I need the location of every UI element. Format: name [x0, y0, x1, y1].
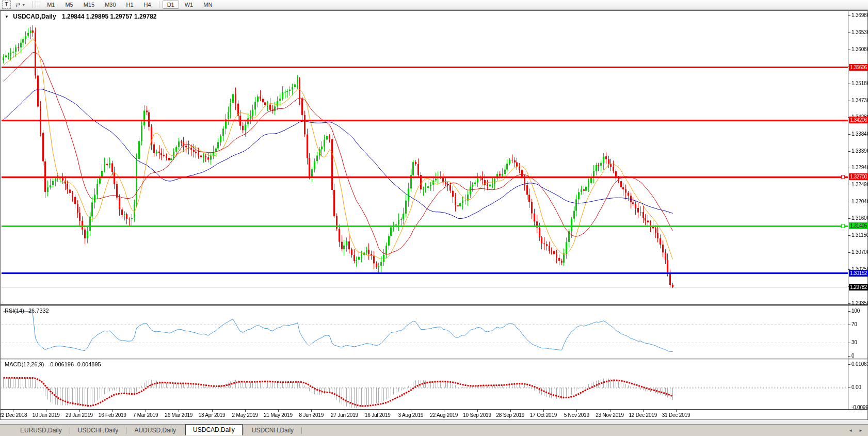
top-toolbar: T ⇄ ▼ M1M5M15M30H1H4D1W1MN: [0, 0, 868, 10]
macd-current-values: -0.006196 -0.004895: [48, 361, 101, 367]
price-tick-label: 1.32490: [851, 182, 868, 187]
arrows-tool-button[interactable]: ⇄ ▼: [14, 1, 27, 9]
price-tick-label: 1.36080: [851, 46, 868, 52]
toolbar-separator: [159, 1, 159, 8]
macd-tick-label: 0.00: [851, 384, 861, 390]
date-label: 17 Oct 2019: [530, 412, 557, 418]
date-label: 10 Jan 2019: [33, 412, 60, 418]
toolbar-grip: [36, 2, 38, 8]
tab-usdcad[interactable]: USDCAD,Daily: [185, 424, 243, 435]
tab-separator: [126, 427, 126, 434]
price-tick-label: 1.34730: [851, 98, 868, 103]
price-tag-resistance-2: 1.34206: [849, 117, 868, 123]
period-button-w1[interactable]: W1: [180, 1, 198, 9]
mt4-terminal: { "toolbar": { "text_tool_label": "T", "…: [0, 0, 868, 436]
rsi-tick-label: 0: [851, 353, 854, 359]
tab-usdcnh[interactable]: USDCNH,Daily: [245, 425, 300, 435]
tab-separator: [70, 427, 70, 434]
text-tool-button[interactable]: T: [2, 1, 11, 9]
date-label: 8 Jun 2019: [299, 412, 324, 418]
price-tag-support-green: 1.31405: [849, 222, 868, 229]
chart-symbol-period: USDCAD,Daily: [13, 13, 56, 20]
tab-separator: [184, 427, 184, 434]
price-tick-label: 1.31150: [851, 232, 868, 238]
tab-eurusd[interactable]: EURUSD,Daily: [13, 425, 69, 435]
tab-separator: [301, 427, 302, 434]
rsi-tick-label: 30: [851, 340, 857, 345]
date-label: 29 Jan 2019: [66, 412, 93, 418]
date-label: 10 Sep 2019: [463, 412, 491, 418]
price-tick-label: 1.30700: [851, 249, 868, 255]
date-label: 2 May 2019: [232, 412, 258, 418]
price-tick-label: 1.36530: [851, 29, 868, 35]
date-label: 28 Sep 2019: [496, 412, 524, 418]
period-button-h1[interactable]: H1: [122, 1, 138, 9]
price-tick-label: 1.36980: [851, 12, 868, 18]
arrows-tool-icon: ⇄: [15, 2, 20, 8]
rsi-indicator-label: RSI(14) 26.7332: [5, 308, 49, 314]
price-tag-resistance-1: 1.35606: [849, 64, 868, 71]
symbol-tabbar: EURUSD,DailyUSDCHF,DailyAUDUSD,DailyUSDC…: [0, 424, 868, 436]
date-label: 27 Jun 2019: [331, 412, 358, 418]
date-label: 22 Aug 2019: [430, 412, 458, 418]
macd-tick-label: -0.009918: [851, 405, 868, 410]
date-label: 23 Nov 2019: [596, 412, 624, 418]
chevron-down-icon: ▼: [22, 3, 25, 7]
tab-usdchf[interactable]: USDCHF,Daily: [71, 425, 125, 435]
date-label: 5 Nov 2019: [564, 412, 589, 418]
date-label: 16 Feb 2019: [99, 412, 126, 418]
price-tick-label: 1.35180: [851, 80, 868, 86]
price-tag-support-blue: 1.30152: [849, 270, 868, 277]
chart-title: ▼ USDCAD,Daily 1.29844 1.29895 1.29757 1…: [5, 13, 156, 20]
price-tick-label: 1.32040: [851, 199, 868, 204]
rsi-tick-label: 100: [851, 308, 860, 314]
price-tick-label: 1.33390: [851, 148, 868, 154]
date-label: 22 Dec 2018: [0, 412, 27, 418]
period-button-m15[interactable]: M15: [79, 1, 99, 9]
price-tick-label: 1.33840: [851, 131, 868, 137]
macd-tick-label: 0.010615: [851, 361, 868, 367]
rsi-tick-label: 70: [851, 321, 857, 327]
tab-scroll-right-icon[interactable]: ►: [859, 428, 863, 433]
toolbar-separator: [33, 1, 33, 8]
chart-canvas[interactable]: [0, 0, 868, 436]
tab-audusd[interactable]: AUDUSD,Daily: [127, 425, 183, 435]
tab-scroll-left-icon[interactable]: ◄: [848, 428, 853, 433]
price-tick-label: 1.31600: [851, 215, 868, 221]
date-label: 21 May 2019: [264, 412, 293, 418]
rsi-current-value: 26.7332: [28, 308, 49, 314]
date-label: 16 Jul 2019: [365, 412, 391, 418]
price-tag-resistance-3: 1.32700: [849, 173, 868, 180]
period-button-d1[interactable]: D1: [163, 1, 179, 9]
date-label: 13 Apr 2019: [199, 412, 226, 418]
tab-separator: [244, 427, 244, 434]
symbol-tabs: EURUSD,DailyUSDCHF,DailyAUDUSD,DailyUSDC…: [13, 425, 302, 436]
period-button-mn[interactable]: MN: [199, 1, 217, 9]
rsi-name: RSI(14): [5, 308, 24, 314]
chart-dropdown-icon[interactable]: ▼: [5, 14, 9, 19]
date-label: 26 Mar 2019: [165, 412, 192, 418]
date-label: 7 Mar 2019: [133, 412, 158, 418]
period-button-m30[interactable]: M30: [100, 1, 120, 9]
timeframe-button-group: M1M5M15M30H1H4D1W1MN: [42, 1, 217, 9]
period-button-h4[interactable]: H4: [139, 1, 156, 9]
period-button-m1[interactable]: M1: [42, 1, 59, 9]
macd-indicator-label: MACD(12,26,9) -0.006196 -0.004895: [5, 361, 101, 367]
date-label: 3 Aug 2019: [398, 412, 424, 418]
price-tick-label: 1.29350: [851, 300, 868, 306]
date-label: 12 Dec 2019: [629, 412, 657, 418]
macd-name: MACD(12,26,9): [5, 361, 44, 367]
price-tick-label: 1.32940: [851, 165, 868, 170]
current-price-tag: 1.29782: [849, 284, 868, 290]
chart-ohlc-values: 1.29844 1.29895 1.29757 1.29782: [62, 13, 157, 20]
period-button-m5[interactable]: M5: [60, 1, 77, 9]
date-label: 31 Dec 2019: [662, 412, 690, 418]
tab-scroll-buttons: ◄ ►: [848, 428, 863, 433]
